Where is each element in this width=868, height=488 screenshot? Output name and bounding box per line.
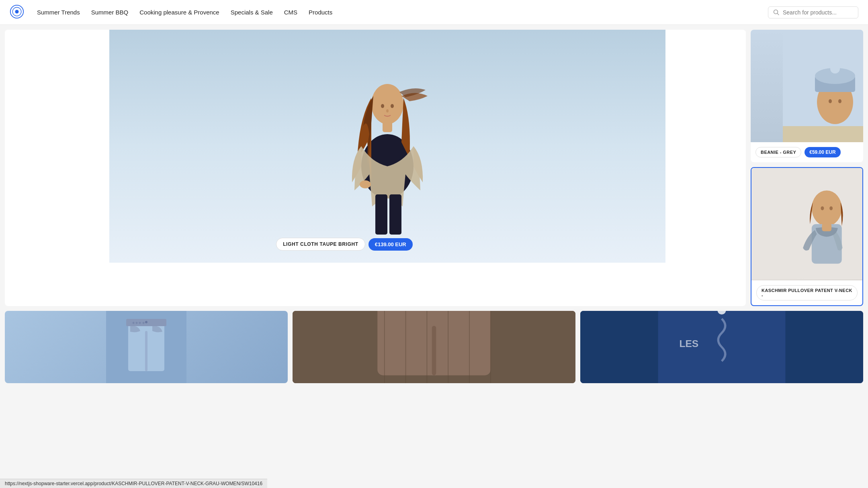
main-content: LIGHT CLOTH TAUPE BRIGHT €139.00 EUR bbox=[0, 25, 868, 311]
nav-link-summer-bbq[interactable]: Summer BBQ bbox=[91, 9, 129, 16]
url-bar: https://nextjs-shopware-starter.vercel.a… bbox=[0, 479, 267, 488]
bottom-card-jeans[interactable]: ◆ ◆ ◆ ◆ bbox=[5, 311, 288, 383]
sidebar-card-beanie-image bbox=[751, 30, 863, 142]
search-bar[interactable] bbox=[768, 6, 858, 18]
right-sidebar: BEANIE - GREY €59.00 EUR bbox=[751, 30, 863, 306]
logo[interactable] bbox=[10, 4, 24, 20]
jeans-image: ◆ ◆ ◆ ◆ bbox=[5, 311, 288, 383]
url-text: https://nextjs-shopware-starter.vercel.a… bbox=[5, 481, 262, 486]
navbar: Summer Trends Summer BBQ Cooking pleasur… bbox=[0, 0, 868, 25]
svg-text:LES: LES bbox=[679, 338, 698, 349]
nav-links: Summer Trends Summer BBQ Cooking pleasur… bbox=[37, 9, 755, 16]
sidebar-card-pullover-image bbox=[751, 168, 862, 280]
sidebar-beanie-price: €59.00 EUR bbox=[805, 147, 840, 157]
sidebar-beanie-name: BEANIE - GREY bbox=[755, 147, 801, 157]
nav-link-products[interactable]: Products bbox=[309, 9, 332, 16]
svg-point-19 bbox=[830, 64, 840, 74]
svg-point-2 bbox=[15, 10, 19, 13]
hero-product-image bbox=[323, 38, 452, 263]
svg-rect-9 bbox=[383, 120, 392, 132]
svg-point-10 bbox=[381, 104, 384, 108]
hero-main-image[interactable]: LIGHT CLOTH TAUPE BRIGHT €139.00 EUR bbox=[109, 30, 665, 263]
sidebar-pullover-name: KASCHMIR PULLOVER PATENT V-NECK - bbox=[756, 285, 858, 300]
sidebar-card-pullover[interactable]: KASCHMIR PULLOVER PATENT V-NECK - bbox=[751, 167, 863, 306]
jeans-svg: ◆ ◆ ◆ ◆ bbox=[106, 311, 186, 383]
nav-link-specials-sale[interactable]: Specials & Sale bbox=[231, 9, 273, 16]
search-icon bbox=[773, 9, 780, 16]
svg-point-23 bbox=[812, 190, 842, 226]
bottom-card-blueprint[interactable]: LES bbox=[580, 311, 863, 383]
svg-point-27 bbox=[829, 206, 833, 210]
svg-point-32 bbox=[145, 321, 147, 323]
svg-point-6 bbox=[360, 180, 371, 188]
svg-text:◆ ◆ ◆ ◆: ◆ ◆ ◆ ◆ bbox=[132, 321, 145, 325]
svg-rect-7 bbox=[375, 194, 387, 235]
blueprint-svg: LES bbox=[580, 311, 863, 383]
bottom-row: ◆ ◆ ◆ ◆ bbox=[0, 311, 868, 388]
hero-panel: LIGHT CLOTH TAUPE BRIGHT €139.00 EUR bbox=[5, 30, 746, 306]
nav-link-cooking-provence[interactable]: Cooking pleasure & Provence bbox=[139, 9, 219, 16]
svg-rect-31 bbox=[145, 331, 147, 371]
nav-link-summer-trends[interactable]: Summer Trends bbox=[37, 9, 80, 16]
svg-point-26 bbox=[821, 206, 824, 210]
svg-point-12 bbox=[386, 109, 389, 112]
pants-svg bbox=[293, 311, 575, 383]
svg-point-21 bbox=[838, 99, 841, 103]
hero-right-space bbox=[665, 30, 746, 263]
svg-rect-37 bbox=[432, 326, 436, 375]
svg-rect-22 bbox=[751, 169, 862, 280]
svg-rect-45 bbox=[658, 311, 786, 383]
pants-image bbox=[293, 311, 575, 383]
hero-product-label[interactable]: LIGHT CLOTH TAUPE BRIGHT €139.00 EUR bbox=[276, 238, 413, 251]
blueprint-image: LES bbox=[580, 311, 863, 383]
svg-point-5 bbox=[371, 84, 403, 124]
bottom-card-pants[interactable] bbox=[293, 311, 575, 383]
svg-point-11 bbox=[391, 104, 394, 108]
hero-left-space bbox=[5, 30, 109, 263]
sidebar-beanie-label: BEANIE - GREY €59.00 EUR bbox=[751, 142, 863, 162]
svg-point-20 bbox=[829, 99, 832, 103]
hero-product-price: €139.00 EUR bbox=[368, 238, 413, 251]
hero-product-name: LIGHT CLOTH TAUPE BRIGHT bbox=[276, 238, 365, 251]
svg-rect-14 bbox=[783, 126, 863, 142]
svg-rect-25 bbox=[822, 223, 831, 231]
hero-image-area: LIGHT CLOTH TAUPE BRIGHT €139.00 EUR bbox=[5, 30, 746, 263]
nav-link-cms[interactable]: CMS bbox=[284, 9, 297, 16]
search-input[interactable] bbox=[783, 9, 853, 16]
svg-rect-8 bbox=[389, 194, 401, 235]
pullover-image-svg bbox=[751, 168, 862, 280]
beanie-image-svg bbox=[783, 30, 863, 142]
sidebar-pullover-label: KASCHMIR PULLOVER PATENT V-NECK - bbox=[751, 280, 862, 305]
sidebar-card-beanie[interactable]: BEANIE - GREY €59.00 EUR bbox=[751, 30, 863, 162]
